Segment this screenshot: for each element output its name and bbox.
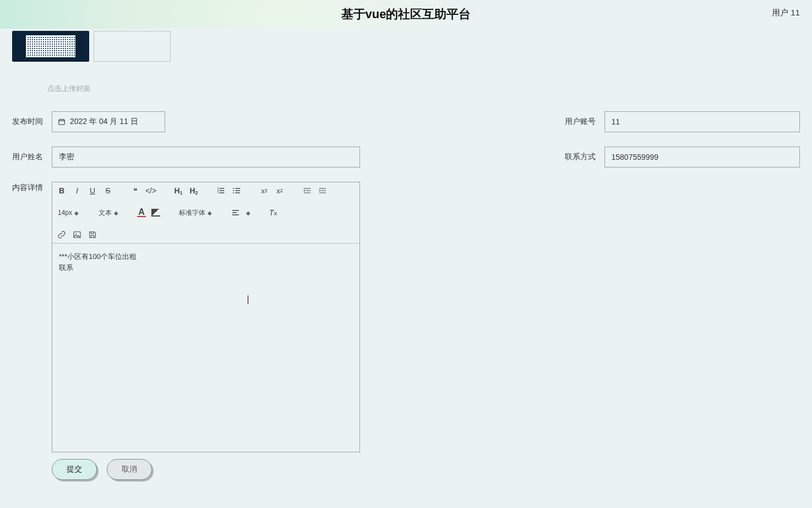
clear-format-icon[interactable]: Tx	[268, 208, 278, 218]
chevron-down-icon: ◆	[246, 210, 250, 216]
block-type-value: 文本	[99, 208, 112, 218]
svg-point-6	[233, 192, 234, 193]
upload-hint-text: 点击上传封面	[47, 84, 800, 94]
cancel-button[interactable]: 取消	[107, 459, 152, 480]
svg-point-8	[75, 234, 77, 235]
heading2-icon[interactable]: H	[189, 186, 199, 196]
publish-time-field[interactable]: 2022 年 04 月 11 日	[52, 111, 165, 132]
label-user-name: 用户姓名	[12, 152, 47, 162]
contact-field[interactable]	[604, 147, 800, 167]
chevron-down-icon: ◆	[208, 210, 212, 216]
font-color-icon[interactable]: A	[137, 208, 146, 217]
user-account-field[interactable]	[604, 111, 800, 132]
text-cursor-icon	[248, 295, 248, 304]
publish-time-value: 2022 年 04 月 11 日	[70, 117, 138, 127]
editor-line-2: 联系	[59, 263, 73, 272]
font-size-value: 14px	[58, 209, 72, 217]
save-icon[interactable]	[88, 230, 97, 240]
chevron-down-icon: ◆	[74, 210, 79, 216]
ordered-list-icon[interactable]: 123	[216, 186, 226, 196]
quote-icon[interactable]: ❝	[130, 186, 140, 196]
link-icon[interactable]	[57, 230, 67, 240]
label-contact: 联系方式	[565, 152, 600, 162]
submit-button[interactable]: 提交	[52, 459, 97, 480]
editor-toolbar: B I U S ❝ </> H H 123	[52, 182, 359, 244]
italic-icon[interactable]: I	[72, 186, 82, 196]
heading1-icon[interactable]: H	[173, 186, 183, 196]
svg-point-5	[233, 190, 234, 191]
svg-point-4	[233, 188, 234, 189]
user-name-field[interactable]	[52, 147, 360, 167]
editor-content-area[interactable]: ***小区有100个车位出租 联系	[52, 244, 359, 452]
current-user-label[interactable]: 用户 11	[772, 8, 800, 18]
code-icon[interactable]: </>	[146, 186, 156, 196]
indent-icon[interactable]	[318, 186, 328, 196]
label-user-account: 用户账号	[565, 117, 600, 127]
subscript-icon[interactable]: x2	[259, 186, 269, 196]
qr-code-icon	[26, 35, 75, 57]
editor-line-1: ***小区有100个车位出租	[59, 252, 137, 261]
unordered-list-icon[interactable]	[232, 186, 242, 196]
font-family-select[interactable]: 标准字体 ◆	[178, 208, 213, 218]
align-icon[interactable]	[231, 208, 241, 218]
strikethrough-icon[interactable]: S	[103, 186, 113, 196]
outdent-icon[interactable]	[302, 186, 312, 196]
background-color-icon[interactable]	[151, 209, 160, 217]
font-size-select[interactable]: 14px ◆	[57, 209, 80, 217]
image-icon[interactable]	[72, 230, 82, 240]
label-publish-time: 发布时间	[12, 117, 47, 127]
svg-rect-0	[59, 120, 65, 125]
cover-thumbnail[interactable]	[12, 31, 89, 62]
cover-upload-row	[12, 31, 800, 62]
rich-text-editor: B I U S ❝ </> H H 123	[52, 182, 360, 452]
superscript-icon[interactable]: x2	[275, 186, 285, 196]
font-family-value: 标准字体	[179, 208, 205, 218]
svg-text:3: 3	[217, 191, 219, 194]
underline-icon[interactable]: U	[88, 186, 97, 196]
block-type-select[interactable]: 文本 ◆	[97, 208, 119, 218]
chevron-down-icon: ◆	[114, 210, 118, 216]
upload-placeholder-box[interactable]	[94, 31, 171, 62]
calendar-icon	[58, 118, 66, 126]
bold-icon[interactable]: B	[57, 186, 67, 196]
button-row: 提交 取消	[52, 459, 800, 480]
label-detail: 内容详情	[12, 182, 47, 452]
page-title: 基于vue的社区互助平台	[341, 6, 471, 23]
header: 基于vue的社区互助平台 用户 11	[0, 0, 812, 29]
